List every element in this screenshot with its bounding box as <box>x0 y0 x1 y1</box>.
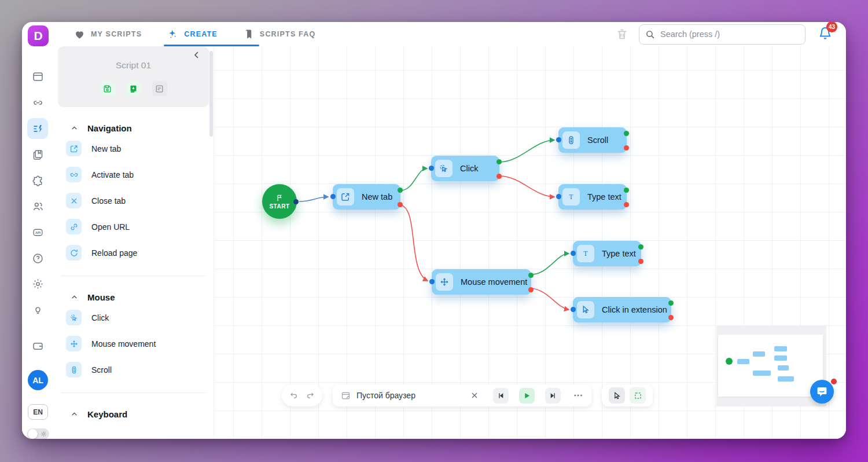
error-port[interactable] <box>624 145 629 151</box>
node-type-text-2[interactable]: T Type text <box>573 241 641 266</box>
wallet-icon[interactable] <box>31 339 45 353</box>
minimap-node <box>774 346 787 351</box>
browser-profiles-icon[interactable] <box>31 69 45 83</box>
error-port[interactable] <box>398 202 403 207</box>
input-port[interactable] <box>571 307 576 312</box>
flow-canvas[interactable]: START New tab Click Scroll T Type t <box>214 46 846 439</box>
success-port[interactable] <box>668 300 674 306</box>
node-click-in-extension[interactable]: Click in extension <box>573 297 671 322</box>
avatar[interactable]: AL <box>28 370 48 390</box>
api-icon[interactable]: API <box>31 225 45 239</box>
section-navigation[interactable]: Navigation <box>53 120 214 135</box>
tab-scripts-faq[interactable]: SCRIPTS FAQ <box>243 22 316 46</box>
theme-toggle[interactable] <box>27 428 49 439</box>
redo-icon[interactable] <box>306 391 315 400</box>
new-tab-icon <box>337 188 354 206</box>
panel-scrollbar[interactable] <box>209 51 213 137</box>
settings-gear-icon[interactable] <box>31 277 45 291</box>
error-port[interactable] <box>668 315 674 320</box>
node-label: Mouse movement <box>461 277 527 287</box>
run-toolbar: Пустой браузер ⋯ <box>333 384 591 406</box>
block-item-close-tab[interactable]: Close tab <box>53 188 214 214</box>
mouse-movement-icon <box>66 336 82 351</box>
block-item-label: Reload page <box>91 248 137 258</box>
language-selector[interactable]: EN <box>28 404 48 420</box>
node-type-text-1[interactable]: T Type text <box>558 184 627 210</box>
apply-template-button[interactable] <box>126 81 141 96</box>
tabs-pages-icon[interactable] <box>31 148 45 162</box>
node-mouse-movement[interactable]: Mouse movement <box>432 269 531 295</box>
undo-icon[interactable] <box>289 391 299 400</box>
browser-profile-name[interactable]: Пустой браузер <box>356 391 415 400</box>
block-item-activate-tab[interactable]: Activate tab <box>53 162 214 188</box>
block-item-scroll[interactable]: Scroll <box>53 357 214 383</box>
search-box <box>639 24 806 45</box>
output-port[interactable] <box>293 199 299 204</box>
node-label: Click in extension <box>602 305 667 314</box>
node-click[interactable]: Click <box>431 156 499 181</box>
save-script-button[interactable] <box>100 81 115 96</box>
block-item-new-tab[interactable]: New tab <box>53 135 214 162</box>
error-port[interactable] <box>624 202 629 207</box>
start-node[interactable]: START <box>262 184 297 219</box>
input-port[interactable] <box>330 194 336 199</box>
chat-widget-button[interactable] <box>810 380 834 404</box>
success-port[interactable] <box>624 188 629 193</box>
ideas-bulb-icon[interactable] <box>31 303 45 317</box>
notifications-button[interactable]: 43 <box>818 26 832 42</box>
script-notes-button[interactable] <box>152 81 167 96</box>
error-port[interactable] <box>496 174 502 179</box>
search-input[interactable] <box>660 30 799 39</box>
more-options-button[interactable]: ⋯ <box>573 393 583 398</box>
block-item-label: Close tab <box>91 196 126 206</box>
play-button[interactable] <box>519 388 535 404</box>
team-users-icon[interactable] <box>31 199 45 213</box>
section-mouse[interactable]: Mouse <box>53 289 214 305</box>
tab-label: SCRIPTS FAQ <box>260 30 316 38</box>
block-item-open-url[interactable]: Open URL <box>53 214 214 240</box>
error-port[interactable] <box>638 259 643 264</box>
cursor-mode-button[interactable] <box>609 387 625 404</box>
tab-my-scripts[interactable]: MY SCRIPTS <box>74 22 142 46</box>
success-port[interactable] <box>624 131 629 136</box>
block-item-label: Click <box>91 313 109 322</box>
proxy-link-icon[interactable] <box>31 96 45 109</box>
block-item-reload-page[interactable]: Reload page <box>53 240 214 266</box>
input-port[interactable] <box>429 279 435 284</box>
extensions-puzzle-icon[interactable] <box>31 174 45 188</box>
node-new-tab[interactable]: New tab <box>333 184 400 210</box>
step-forward-button[interactable] <box>545 388 561 404</box>
block-item-click[interactable]: Click <box>53 305 214 331</box>
node-scroll[interactable]: Scroll <box>558 127 627 153</box>
svg-text:T: T <box>569 193 573 201</box>
input-port[interactable] <box>556 194 561 199</box>
tab-create[interactable]: CREATE <box>167 22 218 46</box>
success-port[interactable] <box>638 244 643 250</box>
input-port[interactable] <box>571 251 576 256</box>
script-title[interactable]: Script 01 <box>58 46 209 71</box>
trash-icon[interactable] <box>616 28 628 41</box>
success-port[interactable] <box>496 159 502 164</box>
block-item-mouse-movement[interactable]: Mouse movement <box>53 331 214 357</box>
select-mode-button[interactable] <box>630 387 646 404</box>
app-logo[interactable]: D <box>28 25 49 46</box>
automation-nav-item[interactable] <box>27 118 48 139</box>
skip-back-icon <box>497 392 505 399</box>
section-keyboard[interactable]: Keyboard <box>53 406 214 421</box>
play-icon <box>523 392 531 399</box>
minimap-viewport[interactable] <box>718 335 823 397</box>
input-port[interactable] <box>556 137 561 142</box>
error-port[interactable] <box>528 287 534 292</box>
step-back-button[interactable] <box>493 388 509 404</box>
success-port[interactable] <box>528 273 534 278</box>
tab-label: MY SCRIPTS <box>91 30 142 38</box>
help-icon[interactable] <box>31 251 45 265</box>
close-icon[interactable] <box>470 391 479 400</box>
success-port[interactable] <box>398 188 403 193</box>
close-tab-icon <box>66 193 82 208</box>
bookmark-icon <box>243 29 254 40</box>
input-port[interactable] <box>429 166 434 171</box>
section-title: Mouse <box>87 292 115 302</box>
scroll-icon <box>66 362 82 377</box>
chevron-left-icon[interactable] <box>192 50 202 60</box>
